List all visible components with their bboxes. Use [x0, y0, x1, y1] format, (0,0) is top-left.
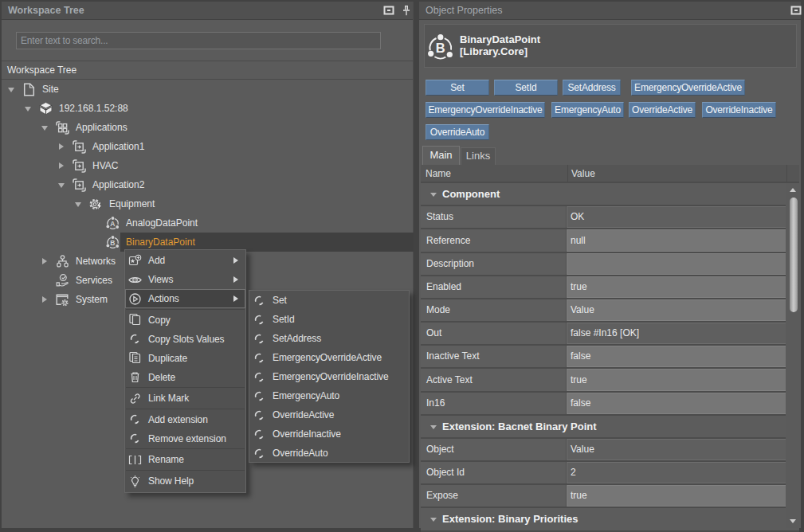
- svg-text:B: B: [110, 238, 115, 246]
- svg-text:A: A: [110, 219, 115, 227]
- svg-text:B: B: [436, 41, 445, 55]
